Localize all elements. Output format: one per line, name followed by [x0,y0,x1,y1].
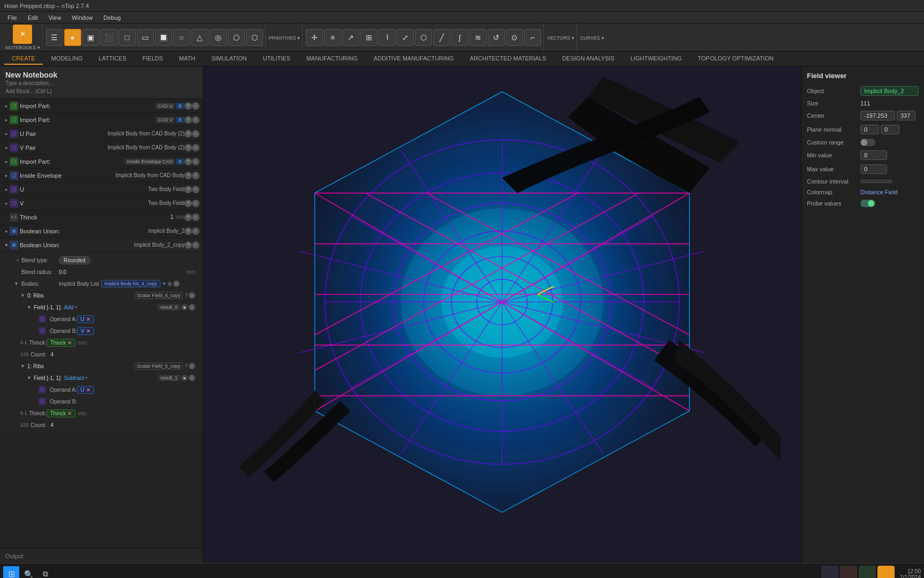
ribs-1-scalar[interactable]: Scalar Field_5_copy [134,362,183,370]
menu-file[interactable]: File [2,13,22,22]
upair-eye[interactable]: ○ [192,130,199,138]
min-value[interactable]: 0 [860,150,887,160]
probe-values-toggle[interactable] [860,200,875,207]
canvas-area[interactable] [203,66,801,563]
menu-debug[interactable]: Debug [98,13,126,22]
tab-design-analysis[interactable]: DESIGN ANALYSIS [555,53,622,65]
expand-arrow-upair[interactable]: ▸ [3,131,10,137]
import-part-2-help[interactable]: ? [184,116,192,124]
taskbar-search[interactable]: 🔍 [20,566,36,579]
thinck-eye[interactable]: ○ [192,214,199,221]
tree-item-boolean-union-2[interactable]: ▼ ⊕ Boolean Union: Implicit Body_2_copy … [0,238,203,252]
tab-fields[interactable]: FIELDS [135,53,171,65]
tool-surface[interactable]: ⊞ [360,29,378,46]
menu-edit[interactable]: Edit [22,13,43,22]
ribs-1-field-expand[interactable]: ▼ [27,375,32,381]
tree-item-v[interactable]: ▸ ⬡ V Two Body Field ? ○ [0,196,203,210]
u-help[interactable]: ? [184,186,192,193]
tree-item-u-pair[interactable]: ▸ ⬡ U Pair Implicit Body from CAD Body (… [0,127,203,141]
custom-range-toggle[interactable] [860,139,875,146]
bu2-eye[interactable]: ○ [192,241,199,249]
ribs-0-result-settings[interactable]: ○ [189,304,195,310]
blend-radius-value[interactable]: 0.0 [59,269,185,275]
tool-curve[interactable]: ∫ [451,29,468,46]
notebook-description[interactable]: Type a description... [5,80,197,86]
blend-type-value[interactable]: Rounded [59,256,90,264]
ribs-0-opa-value[interactable]: U ✕ [77,315,94,323]
tab-math[interactable]: MATH [172,53,203,65]
u-eye[interactable]: ○ [192,186,199,193]
expand-arrow-vpair[interactable]: ▸ [3,144,10,151]
tool-list[interactable]: ☰ [46,29,63,46]
taskbar-ntop[interactable] [877,566,895,579]
center-y[interactable]: 337 [897,111,915,120]
tool-box-2[interactable]: ⬛ [101,29,118,46]
tool-arrow-up[interactable]: ↗ [342,29,359,46]
tab-create[interactable]: CREATE [4,53,43,65]
taskbar-start[interactable]: ⊞ [3,566,19,579]
tree-item-import-part-2[interactable]: ▸ ⬡ Import Part: CAD V B ? ○ [0,113,203,127]
expand-arrow-bu2[interactable]: ▼ [3,242,10,248]
ribs-1-thinck-chip[interactable]: Thinck ✕ [47,409,75,417]
colormap-value[interactable]: Distance Field [860,189,919,195]
tab-additive[interactable]: ADDITIVE MANUFACTURING [366,53,461,65]
max-value[interactable]: 0 [860,164,887,174]
tree-item-import-part-1[interactable]: ▸ ⬡ Import Part: CAD U B ? ○ [0,99,203,113]
ribs-1-result-settings[interactable]: ○ [189,375,195,381]
ribs-0-opa-remove[interactable]: ✕ [86,316,90,322]
ribs-0-expand[interactable]: ▼ [20,293,25,298]
ribs-0-opb-value[interactable]: V ✕ [77,327,94,335]
thinck-help[interactable]: ? [184,214,192,221]
v-help[interactable]: ? [184,200,192,207]
tool-resize[interactable]: ⤢ [397,29,414,46]
v-eye[interactable]: ○ [192,200,199,207]
tree-item-u[interactable]: ▸ ⬡ U Two Body Field ? ○ [0,182,203,196]
tool-torus[interactable]: ◎ [210,29,227,46]
ribs-1-expand[interactable]: ▼ [20,363,25,369]
bodies-expand[interactable]: ▼ [14,281,21,286]
expand-arrow-2[interactable]: ▸ [3,117,10,123]
ribs-0-count-value[interactable]: 4 [51,352,54,358]
ribs-1-field-op[interactable]: Subtract [64,375,84,381]
ribs-1-eye[interactable]: ○ [189,363,195,369]
tool-wave2[interactable]: ≋ [469,29,487,46]
tab-lightweighting[interactable]: LIGHTWEIGHTING [623,53,689,65]
tool-cylinder[interactable]: ▭ [137,29,154,46]
bu2-help[interactable]: ? [184,241,192,249]
ribs-1-opa-value[interactable]: U ✕ [77,386,94,394]
plane-normal-y[interactable]: 0 [881,125,899,134]
expand-arrow-bu1[interactable]: ▸ [3,228,10,234]
plane-normal-x[interactable]: 0 [860,125,879,134]
ribs-1-thinck-remove[interactable]: ✕ [67,410,72,416]
bodies-eye-btn[interactable]: ○ [173,280,180,287]
object-value[interactable]: Implicit Body_2 [860,86,919,96]
tool-undo[interactable]: ↺ [488,29,505,46]
inside-env-eye[interactable]: ○ [192,172,199,179]
taskbar-app-2[interactable] [840,566,857,579]
tool-box-3[interactable]: □ [119,29,136,46]
ribs-1-result-eye[interactable]: ● [181,375,188,381]
taskbar-app-3[interactable] [859,566,876,579]
tool-sphere-orange[interactable]: ● [64,29,81,46]
notebooks-btn[interactable]: ✕ [13,25,32,44]
ribs-0-opb-remove[interactable]: ✕ [86,328,90,334]
import-part-2-eye[interactable]: ○ [192,116,199,124]
tree-item-inside-envelope[interactable]: ▸ ⬡ Inside Envelope Implicit Body from C… [0,169,203,182]
import-part-1-help[interactable]: ? [184,102,192,110]
bodies-add-btn[interactable]: + [163,280,166,287]
tab-architected[interactable]: ARCHITECTED MATERIALS [463,53,554,65]
ribs-0-thinck-chip[interactable]: Thinck ✕ [47,339,75,347]
tool-cone[interactable]: △ [191,29,209,46]
menu-window[interactable]: Window [66,13,98,22]
vpair-help[interactable]: ? [184,144,192,151]
tool-box-1[interactable]: ▣ [82,29,99,46]
ribs-0-field-op-arrow[interactable]: ▾ [75,305,78,310]
expand-arrow-1[interactable]: ▸ [3,103,10,109]
tool-corner[interactable]: ⌐ [524,29,541,46]
ribs-0-help[interactable]: ? [184,293,188,299]
tree-item-v-pair[interactable]: ▸ ⬡ V Pair Implicit Body from CAD Body (… [0,141,203,155]
ribs-0-eye[interactable]: ○ [189,292,195,299]
tool-hex[interactable]: ⬡ [228,29,245,46]
tree-item-boolean-union-1[interactable]: ▸ ⊕ Boolean Union: Implicit Body_2 ? ○ [0,224,203,238]
bu1-eye[interactable]: ○ [192,227,199,235]
